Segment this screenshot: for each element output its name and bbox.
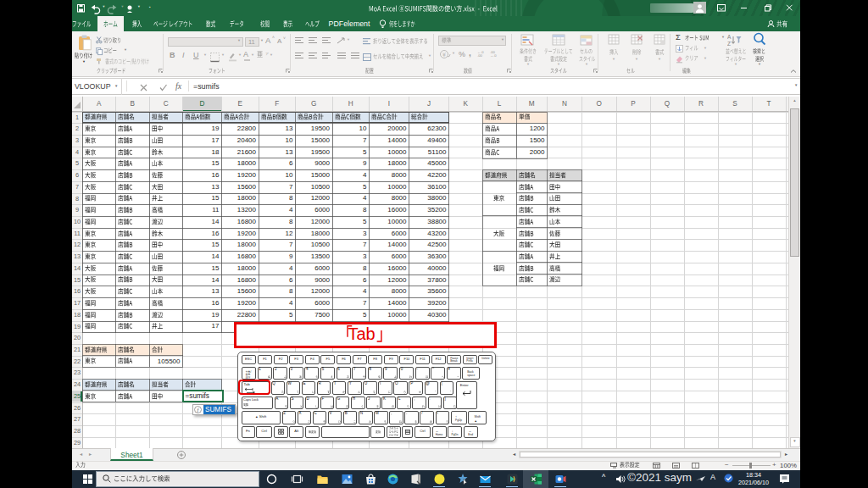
svg-text:A: A: [727, 34, 732, 40]
svg-text:Z: Z: [727, 41, 731, 47]
svg-text:¥: ¥: [442, 52, 446, 58]
svg-text:f: f: [198, 407, 200, 413]
